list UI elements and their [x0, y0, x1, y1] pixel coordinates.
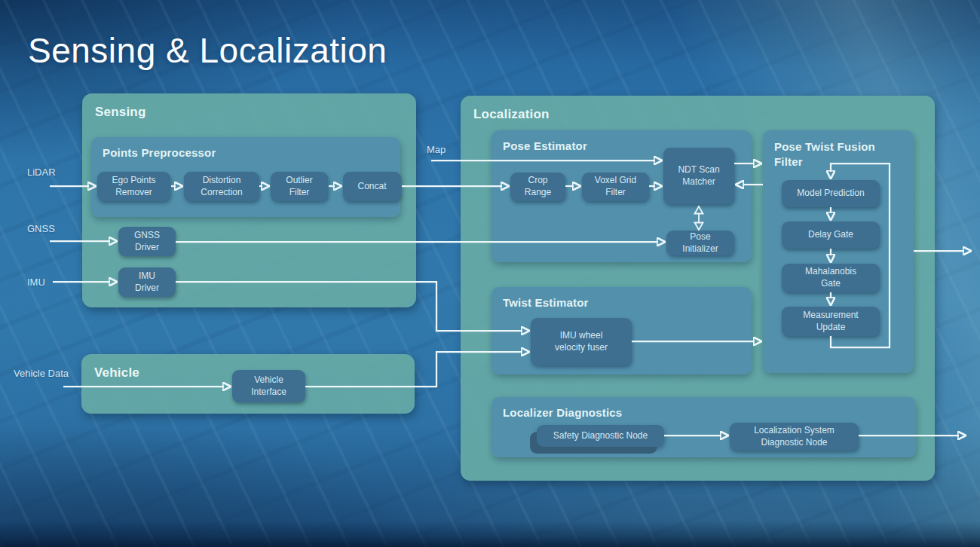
page-title: Sensing & Localization — [28, 30, 387, 71]
block-concat: Concat — [343, 172, 401, 201]
subpanel-twist-estimator-title: Twist Estimator — [503, 296, 589, 309]
input-label-imu: IMU — [27, 277, 45, 288]
block-localization-system-diagnostic-node: Localization System Diagnostic Node — [730, 423, 859, 451]
slide-sensing-localization: Sensing & Localization Sensing Points Pr… — [0, 0, 980, 547]
block-imu-wheel-velocity-fuser: IMU wheel velocity fuser — [531, 318, 632, 365]
subpanel-pose-twist-fusion-filter: Pose Twist Fusion Filter Model Predictio… — [763, 130, 914, 373]
block-mahalanobis-gate: Mahalanobis Gate — [782, 264, 880, 292]
block-imu-driver: IMU Driver — [118, 267, 176, 297]
subpanel-pose-twist-fusion-filter-title: Pose Twist Fusion Filter — [774, 139, 887, 170]
block-delay-gate: Delay Gate — [782, 222, 880, 249]
block-pose-initializer: Pose Initializer — [666, 231, 734, 255]
panel-localization-title: Localization — [473, 107, 550, 122]
subpanel-points-preprocessor-title: Points Preprocessor — [103, 146, 216, 159]
block-distortion-correction: Distortion Correction — [184, 172, 259, 201]
background-bottom-band — [0, 521, 980, 547]
input-label-gnss: GNSS — [27, 223, 55, 234]
panel-vehicle: Vehicle Vehicle Interface — [81, 354, 415, 414]
panel-vehicle-title: Vehicle — [94, 365, 139, 380]
block-outlier-filter: Outlier Filter — [271, 172, 328, 201]
panel-sensing: Sensing Points Preprocessor Ego Points R… — [82, 93, 416, 307]
panel-localization: Localization Pose Estimator Crop Range V… — [461, 96, 935, 481]
subpanel-points-preprocessor: Points Preprocessor Ego Points Remover D… — [91, 137, 400, 217]
block-vehicle-interface: Vehicle Interface — [232, 370, 305, 402]
block-ego-points-remover: Ego Points Remover — [97, 172, 170, 201]
subpanel-localizer-diagnostics-title: Localizer Diagnostics — [503, 406, 622, 419]
input-label-map: Map — [427, 144, 446, 155]
block-crop-range: Crop Range — [510, 173, 565, 201]
subpanel-pose-estimator-title: Pose Estimator — [503, 139, 587, 152]
input-label-vehicle-data: Vehicle Data — [14, 368, 69, 379]
input-label-lidar: LiDAR — [27, 167, 56, 178]
subpanel-twist-estimator: Twist Estimator IMU wheel velocity fuser — [492, 287, 752, 374]
subpanel-pose-estimator: Pose Estimator Crop Range Voxel Grid Fil… — [492, 130, 752, 262]
subpanel-localizer-diagnostics: Localizer Diagnostics Safety Diagnostic … — [492, 397, 916, 457]
block-voxel-grid-filter: Voxel Grid Filter — [582, 173, 649, 201]
panel-sensing-title: Sensing — [95, 105, 146, 120]
block-model-prediction: Model Prediction — [782, 180, 880, 207]
block-measurement-update: Measurement Update — [782, 307, 880, 336]
block-gnss-driver: GNSS Driver — [118, 227, 176, 256]
block-ndt-scan-matcher: NDT Scan Matcher — [663, 148, 734, 204]
block-safety-diagnostic-node: Safety Diagnostic Node — [537, 425, 664, 447]
